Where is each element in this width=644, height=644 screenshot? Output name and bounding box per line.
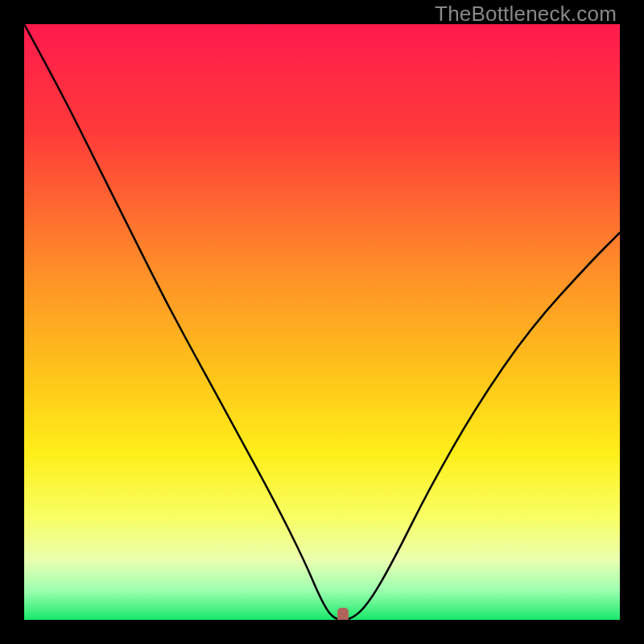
chart-frame: TheBottleneck.com <box>0 0 644 644</box>
curve-path <box>24 24 620 620</box>
watermark-text: TheBottleneck.com <box>435 2 617 27</box>
plot-area <box>24 24 620 620</box>
optimum-marker <box>337 608 349 620</box>
curve-svg <box>24 24 620 620</box>
